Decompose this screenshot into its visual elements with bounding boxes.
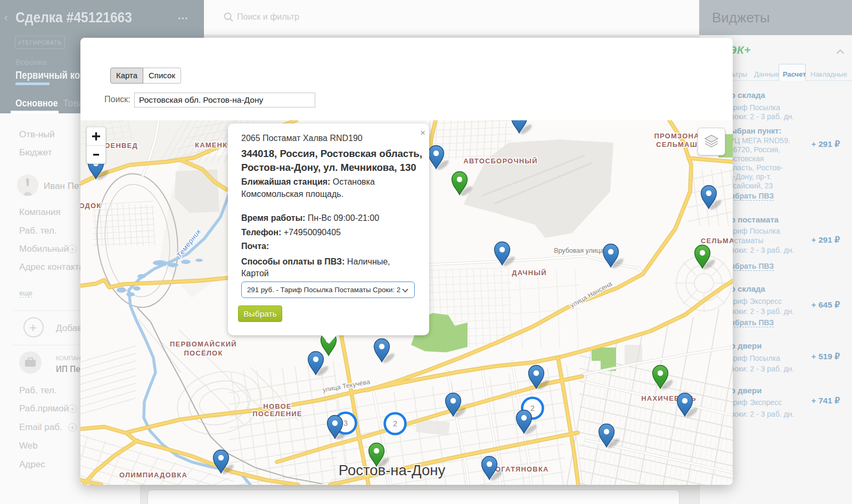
svg-text:ОЛИМПИАДОВКА: ОЛИМПИАДОВКА: [119, 471, 187, 479]
svg-text:2: 2: [530, 404, 535, 412]
svg-text:Врубовая улица: Врубовая улица: [554, 247, 604, 254]
svg-text:СЕЛЬМАШ: СЕЛЬМАШ: [701, 237, 733, 245]
svg-text:НОВОЕ: НОВОЕ: [263, 402, 291, 410]
svg-text:ПРОМЗОНА: ПРОМЗОНА: [654, 132, 699, 140]
svg-text:ПЕРВОМАЙСКИЙ: ПЕРВОМАЙСКИЙ: [170, 340, 237, 348]
svg-text:СЕЛЬМАШ: СЕЛЬМАШ: [656, 141, 698, 148]
svg-text:ГОРОДОК: ГОРОДОК: [80, 202, 101, 210]
svg-text:ПОСЁЛОК: ПОСЁЛОК: [184, 349, 223, 357]
svg-text:ДАЧНЫЙ: ДАЧНЫЙ: [512, 269, 546, 277]
svg-text:АВТОСБОРОЧНЫЙ: АВТОСБОРОЧНЫЙ: [463, 157, 538, 165]
svg-text:Ростов-на-Дону: Ростов-на-Дону: [339, 462, 446, 478]
svg-text:ПОСЕЛЕНИЕ: ПОСЕЛЕНИЕ: [252, 410, 302, 418]
svg-text:2: 2: [393, 419, 397, 428]
svg-text:3: 3: [343, 419, 348, 427]
